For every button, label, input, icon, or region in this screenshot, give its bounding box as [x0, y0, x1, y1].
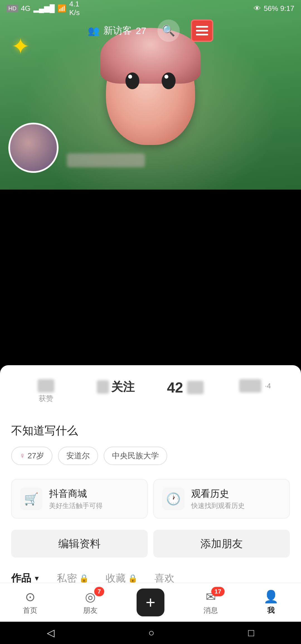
network-icon: 4G [21, 4, 31, 13]
shop-card[interactable]: 🛒 抖音商城 美好生活触手可得 [11, 479, 148, 519]
stats-row: 获赞 关注 42 ·4 [11, 374, 290, 409]
age-label: 27岁 [28, 451, 44, 461]
visitors-icon: 👥 [88, 25, 99, 36]
eye-icon: 👁 [254, 4, 261, 13]
friends-label: 朋友 [83, 606, 98, 615]
home-button[interactable]: ○ [148, 627, 154, 639]
visitors-label: 新访客 [103, 24, 132, 37]
profile-section [8, 123, 145, 173]
stat-likes[interactable]: 获赞 [11, 379, 81, 403]
profile-label: 我 [267, 606, 275, 615]
action-buttons: 编辑资料 添加朋友 [11, 530, 290, 558]
likes-number-blurred [38, 379, 54, 393]
shop-subtitle: 美好生活触手可得 [49, 501, 103, 510]
username-blurred [67, 153, 145, 167]
more-stat-blurred [239, 379, 261, 393]
hamburger-icon [196, 26, 208, 35]
nav-home[interactable]: ⊙ 首页 [13, 590, 47, 615]
nav-create[interactable]: + [134, 589, 167, 616]
battery-percent: 56% 9:17 [264, 4, 294, 13]
visitors-count: 27 [136, 25, 146, 36]
school-label: 中央民族大学 [112, 451, 159, 461]
following-unit: 关注 [111, 379, 135, 395]
tag-school[interactable]: 中央民族大学 [104, 447, 167, 465]
status-bar: HD 4G ▂▄▆█ 📶 4.1K/s 👁 56% 9:17 [0, 0, 301, 17]
bio-text: 不知道写什么 [11, 423, 290, 438]
avatar[interactable] [8, 123, 59, 173]
history-text: 观看历史 快速找到观看历史 [191, 487, 245, 510]
visitors-button[interactable]: 👥 新访客 27 [88, 24, 146, 37]
location-label: 安道尔 [66, 451, 90, 461]
system-nav: ◁ ○ □ [0, 622, 301, 644]
nav-profile[interactable]: 👤 我 [254, 589, 288, 615]
tab-works-arrow: ▼ [33, 575, 40, 582]
favorites-lock-icon: 🔒 [128, 574, 138, 583]
home-label: 首页 [23, 606, 37, 615]
private-lock-icon: 🔒 [79, 574, 89, 583]
username-area [67, 153, 145, 173]
followers-number: 42 [167, 379, 183, 396]
shop-icon: 🛒 [20, 488, 42, 510]
svg-rect-1 [196, 30, 208, 32]
svg-rect-0 [196, 26, 208, 28]
nav-messages[interactable]: 17 ✉ 消息 [194, 590, 227, 615]
status-right: 👁 56% 9:17 [254, 4, 294, 13]
followers-label-blurred [187, 381, 204, 394]
quick-actions: 🛒 抖音商城 美好生活触手可得 🕐 观看历史 快速找到观看历史 [11, 479, 290, 519]
home-icon: ⊙ [25, 590, 35, 604]
speed-indicator: 4.1K/s [69, 0, 80, 17]
nav-friends[interactable]: 7 ◎ 朋友 [74, 590, 107, 615]
shop-text: 抖音商城 美好生活触手可得 [49, 487, 103, 510]
header-actions: 👥 新访客 27 🔍 [0, 20, 301, 42]
wifi-icon: 📶 [57, 4, 66, 13]
messages-badge: 17 [211, 587, 225, 596]
tag-gender-age[interactable]: ♀ 27岁 [11, 447, 52, 465]
add-friend-button[interactable]: 添加朋友 [153, 530, 290, 558]
svg-rect-2 [196, 34, 208, 35]
friends-badge: 7 [94, 587, 104, 596]
plus-icon: + [145, 594, 155, 611]
shop-title: 抖音商城 [49, 487, 103, 500]
stat-followers[interactable]: 42 [151, 379, 220, 403]
bottom-nav: ⊙ 首页 7 ◎ 朋友 + 17 ✉ 消息 👤 我 [0, 583, 301, 622]
more-unit: ·4 [265, 382, 271, 390]
history-subtitle: 快速找到观看历史 [191, 501, 245, 510]
create-button[interactable]: + [137, 589, 164, 616]
history-card[interactable]: 🕐 观看历史 快速找到观看历史 [153, 479, 290, 519]
search-button[interactable]: 🔍 [157, 20, 180, 42]
history-icon: 🕐 [162, 488, 185, 510]
stat-more[interactable]: ·4 [220, 379, 290, 403]
likes-label: 获赞 [11, 394, 81, 403]
stat-following[interactable]: 关注 [81, 379, 151, 403]
status-left: HD 4G ▂▄▆█ 📶 4.1K/s [7, 0, 80, 17]
cover-area: ✦ HD 4G ▂▄▆█ 📶 4.1K/s 👁 56% 9:17 👥 新访客 2… [0, 0, 301, 190]
tag-location[interactable]: 安道尔 [58, 447, 98, 465]
tags-row: ♀ 27岁 安道尔 中央民族大学 [11, 447, 290, 465]
recent-button[interactable]: □ [248, 627, 254, 639]
hd-badge: HD [7, 5, 18, 12]
search-icon: 🔍 [162, 25, 175, 37]
edit-profile-button[interactable]: 编辑资料 [11, 530, 148, 558]
profile-icon: 👤 [263, 589, 279, 604]
messages-label: 消息 [203, 606, 218, 615]
signal-bars: ▂▄▆█ [33, 4, 55, 13]
gender-icon: ♀ [20, 451, 25, 460]
menu-button[interactable] [191, 20, 213, 42]
back-button[interactable]: ◁ [47, 627, 55, 639]
history-title: 观看历史 [191, 487, 245, 500]
following-number-blurred [97, 380, 109, 394]
